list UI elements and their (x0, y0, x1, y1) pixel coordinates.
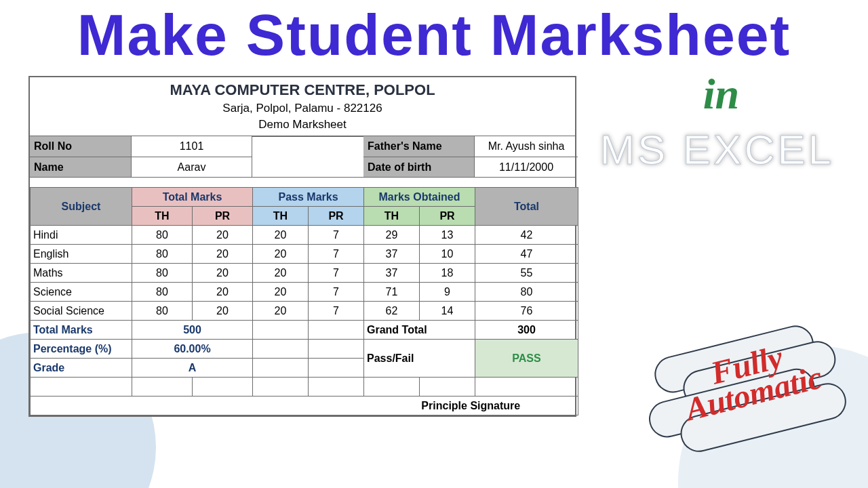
col-total: Total (475, 188, 578, 226)
student-info: Roll No Name 1101 Aarav Father's Name Da… (30, 136, 575, 178)
page-title: Make Student Marksheet (77, 1, 791, 68)
row-total-marks: Total Marks 500 Grand Total 300 (31, 321, 578, 340)
col-th: TH (364, 207, 420, 226)
dob-value: 11/11/2000 (475, 157, 578, 177)
col-pr: PR (420, 207, 475, 226)
col-subject: Subject (31, 188, 132, 226)
marksheet-panel: MAYA COMPUTER CENTRE, POLPOL Sarja, Polp… (28, 76, 576, 417)
spacer (252, 136, 363, 137)
table-row: English 8020 207 3710 47 (31, 245, 578, 264)
signature-label: Principle Signature (364, 396, 578, 415)
table-row: Social Science 8020 207 6214 76 (31, 302, 578, 321)
col-pr: PR (309, 207, 364, 226)
col-pr: PR (193, 207, 253, 226)
col-th: TH (253, 207, 309, 226)
org-name: MAYA COMPUTER CENTRE, POLPOL (30, 77, 575, 100)
name-value: Aarav (132, 157, 252, 177)
col-th: TH (132, 207, 193, 226)
roll-value: 1101 (132, 136, 252, 157)
passfail-value: PASS (475, 340, 578, 378)
col-pass-marks: Pass Marks (253, 188, 364, 207)
row-blank (31, 378, 578, 396)
table-row: Science 8020 207 719 80 (31, 283, 578, 302)
name-label: Name (30, 157, 132, 177)
father-label: Father's Name (363, 136, 475, 157)
marks-table: Subject Total Marks Pass Marks Marks Obt… (30, 187, 578, 415)
row-percentage: Percentage (%) 60.00% Pass/Fail PASS (31, 340, 578, 359)
doc-type: Demo Marksheet (30, 117, 575, 136)
org-address: Sarja, Polpol, Palamu - 822126 (30, 100, 575, 117)
roll-label: Roll No (30, 136, 132, 157)
col-total-marks: Total Marks (132, 188, 253, 207)
father-value: Mr. Ayush sinha (475, 136, 578, 157)
subtitle-excel: MS EXCEL (599, 125, 834, 174)
col-marks-obtained: Marks Obtained (364, 188, 475, 207)
dob-label: Date of birth (363, 157, 475, 177)
table-row: Hindi 8020 207 2913 42 (31, 226, 578, 245)
table-row: Maths 8020 207 3718 55 (31, 264, 578, 283)
row-signature: Principle Signature (31, 396, 578, 415)
subtitle-in: in (703, 69, 739, 119)
